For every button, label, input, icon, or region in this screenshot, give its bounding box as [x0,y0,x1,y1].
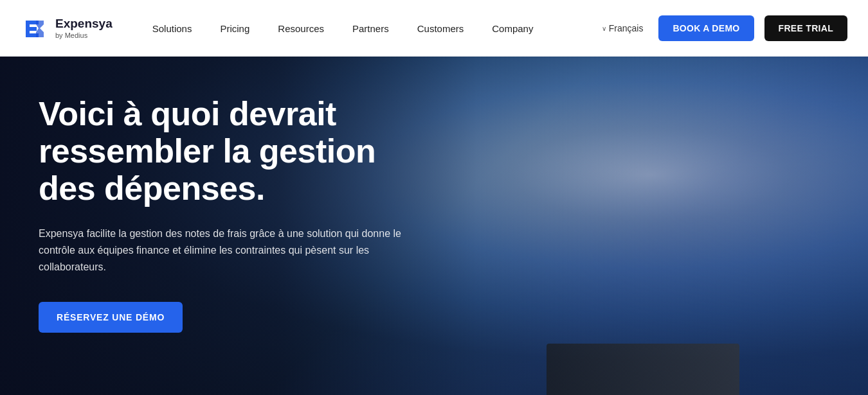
nav-customers[interactable]: Customers [403,0,478,57]
hero-section: Voici à quoi devrait ressembler la gesti… [0,57,868,395]
nav-resources[interactable]: Resources [264,0,338,57]
hero-cta-button[interactable]: RÉSERVEZ UNE DÉMO [39,302,183,333]
language-label: Français [609,23,644,33]
logo-icon [21,14,49,42]
hero-title: Voici à quoi devrait ressembler la gesti… [39,95,424,207]
nav-links: Solutions Pricing Resources Partners Cus… [138,0,597,57]
logo-title: Expensya [55,17,113,31]
nav-company[interactable]: Company [478,0,547,57]
logo[interactable]: Expensya by Medius [21,14,113,42]
hero-content: Voici à quoi devrait ressembler la gesti… [0,57,463,365]
chevron-down-icon: ∨ [602,25,606,32]
navbar: Expensya by Medius Solutions Pricing Res… [0,0,868,57]
language-selector[interactable]: ∨ Français [597,23,649,33]
nav-pricing[interactable]: Pricing [206,0,264,57]
nav-right: ∨ Français BOOK A DEMO FREE TRIAL [597,15,847,41]
hero-description: Expensya facilite la gestion des notes d… [39,225,411,276]
logo-subtitle: by Medius [55,31,113,40]
nav-partners[interactable]: Partners [338,0,403,57]
book-demo-button[interactable]: BOOK A DEMO [658,15,754,41]
free-trial-button[interactable]: FREE TRIAL [764,15,847,41]
laptop-decoration [547,344,739,395]
nav-solutions[interactable]: Solutions [138,0,206,57]
